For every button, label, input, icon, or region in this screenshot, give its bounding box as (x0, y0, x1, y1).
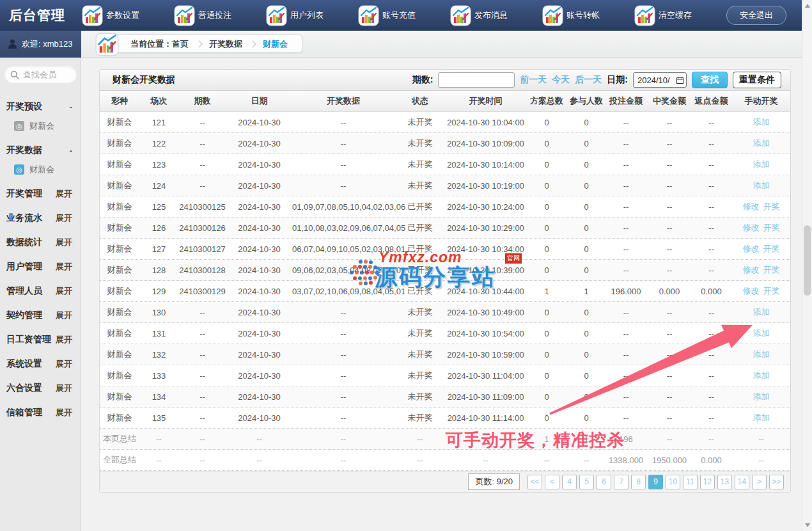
today-link[interactable]: 今天 (552, 74, 570, 86)
top-nav-item[interactable]: 用户列表 (266, 5, 324, 26)
sidebar-item-toggle[interactable]: 展开 (56, 383, 72, 394)
sidebar-item[interactable]: ◎ 开奖数据 - (0, 141, 81, 160)
sidebar-item-toggle[interactable]: 展开 (56, 407, 72, 418)
page-button[interactable]: << (527, 475, 542, 489)
top-nav-item[interactable]: 账号转帐 (542, 5, 600, 26)
sidebar-item[interactable]: ◎ 财新会 (0, 160, 81, 179)
sidebar-item-toggle[interactable]: 展开 (56, 237, 72, 248)
top-nav-item[interactable]: 普通投注 (174, 5, 231, 26)
page-button[interactable]: 13 (717, 475, 732, 489)
action-link-secondary[interactable]: 开奖 (763, 202, 780, 211)
top-nav-label: 普通投注 (198, 10, 231, 21)
page-button[interactable]: 4 (562, 475, 577, 489)
action-link-primary[interactable]: 添加 (753, 180, 770, 190)
sidebar-item-toggle[interactable]: 展开 (56, 358, 72, 370)
date-input[interactable]: 2024/10/ (633, 72, 687, 88)
page-button[interactable]: 14 (735, 475, 749, 489)
action-link-primary[interactable]: 添加 (753, 328, 770, 338)
page-button[interactable]: 11 (683, 475, 698, 489)
action-link-primary[interactable]: 添加 (753, 159, 770, 169)
cell-players: 0 (568, 181, 605, 191)
breadcrumb-segment[interactable]: 开奖数据 (204, 38, 247, 50)
sidebar-item[interactable]: ◎ 财新会 (0, 116, 81, 136)
cell-date: 2024-10-30 (226, 329, 292, 338)
reset-button[interactable]: 重置条件 (733, 72, 781, 88)
logout-button[interactable]: 安全退出 (726, 6, 786, 25)
action-link-primary[interactable]: 修改 (743, 265, 760, 274)
search-button[interactable]: 查找 (692, 72, 728, 88)
sidebar-item-toggle[interactable]: 展开 (56, 212, 72, 224)
sidebar-item[interactable]: ◎ 开奖管理 展开 (0, 184, 81, 203)
action-link-primary[interactable]: 添加 (753, 413, 770, 422)
sidebar-item-toggle[interactable]: 展开 (56, 285, 72, 297)
cell-draw-numbers: 06,07,04,09,10,05,02,03,08,01 (292, 244, 394, 254)
date-label: 日期: (607, 74, 628, 86)
page-button[interactable]: < (545, 475, 559, 489)
sidebar-item[interactable]: ◎ 管理人员 展开 (0, 281, 81, 301)
sidebar-item-toggle[interactable]: 展开 (56, 188, 72, 200)
breadcrumb-segment[interactable]: 当前位置：首页 (125, 38, 194, 50)
action-link-primary[interactable]: 添加 (753, 392, 770, 401)
top-nav-item[interactable]: 参数设置 (82, 5, 139, 26)
prev-day-link[interactable]: 前一天 (520, 74, 547, 86)
period-input[interactable] (438, 72, 515, 88)
top-nav-item[interactable]: 清空缓存 (634, 5, 692, 26)
cell-period: 2410300125 (178, 202, 226, 212)
next-day-link[interactable]: 后一天 (575, 74, 602, 86)
table-header-cell: 状态 (394, 95, 446, 107)
cell-period: 2410300129 (178, 287, 226, 296)
sidebar-item-toggle[interactable]: 展开 (56, 334, 72, 345)
sidebar-item-toggle[interactable]: - (70, 146, 72, 155)
scroll-down-icon[interactable] (805, 523, 810, 527)
sidebar-item-label: 开奖数据 (6, 145, 42, 156)
action-link-primary[interactable]: 修改 (743, 244, 760, 253)
action-link-secondary[interactable]: 开奖 (763, 244, 780, 253)
page-button[interactable]: > (752, 475, 767, 489)
action-link-secondary[interactable]: 开奖 (763, 223, 780, 232)
cell-status: 未开奖 (394, 328, 446, 339)
sidebar-item[interactable]: ◎ 用户管理 展开 (0, 257, 81, 276)
action-link-primary[interactable]: 添加 (753, 307, 770, 317)
breadcrumb-segment[interactable]: 财新会 (258, 38, 293, 50)
sidebar-item[interactable]: ◎ 信箱管理 展开 (0, 403, 81, 422)
sidebar-item[interactable]: ◎ 日工资管理 展开 (0, 330, 81, 349)
action-link-primary[interactable]: 添加 (753, 349, 770, 359)
page-button[interactable]: 9 (648, 475, 663, 489)
sidebar-item[interactable]: ◎ 开奖预设 - (0, 97, 81, 116)
page-button[interactable]: 5 (579, 475, 594, 489)
sidebar-item[interactable]: ◎ 六合设置 展开 (0, 379, 81, 398)
sidebar-item[interactable]: ◎ 业务流水 展开 (0, 209, 81, 228)
top-nav-item[interactable]: 账号充值 (358, 5, 416, 26)
page-button[interactable]: 12 (700, 475, 715, 489)
action-link-primary[interactable]: 添加 (753, 138, 770, 148)
action-link-primary[interactable]: -- (758, 456, 764, 465)
page-button[interactable]: 8 (631, 475, 646, 489)
cell-period: -- (178, 413, 226, 423)
calendar-icon[interactable] (676, 77, 683, 84)
action-link-secondary[interactable]: 开奖 (763, 286, 780, 296)
sidebar-item-toggle[interactable]: - (70, 102, 72, 112)
action-link-primary[interactable]: 添加 (753, 117, 770, 127)
action-link-primary[interactable]: -- (758, 434, 764, 444)
top-nav-item[interactable]: 发布消息 (450, 5, 508, 26)
sidebar-item[interactable]: ◎ 数据统计 展开 (0, 233, 81, 252)
sidebar-item-toggle[interactable]: 展开 (56, 310, 72, 321)
scrollbar-thumb[interactable] (804, 225, 811, 296)
cell-session: 124 (139, 181, 178, 191)
action-link-primary[interactable]: 修改 (743, 202, 760, 211)
sidebar-item[interactable]: ◎ 系统设置 展开 (0, 354, 81, 374)
page-button[interactable]: >> (769, 475, 784, 489)
action-link-primary[interactable]: 修改 (743, 223, 760, 232)
action-link-secondary[interactable]: 开奖 (763, 265, 780, 274)
action-link-primary[interactable]: 添加 (753, 370, 770, 380)
scroll-up-icon[interactable] (805, 4, 810, 8)
cell-rebate-amount: -- (692, 181, 731, 191)
sidebar-item[interactable]: ◎ 契约管理 展开 (0, 306, 81, 325)
cell-bet-amount: -- (605, 392, 647, 402)
page-button[interactable]: 6 (597, 475, 611, 489)
page-button[interactable]: 7 (614, 475, 629, 489)
action-link-primary[interactable]: 修改 (743, 286, 760, 296)
page-button[interactable]: 10 (666, 475, 680, 489)
sidebar-item-toggle[interactable]: 展开 (56, 261, 72, 273)
sidebar-item-label: 信箱管理 (6, 407, 42, 418)
